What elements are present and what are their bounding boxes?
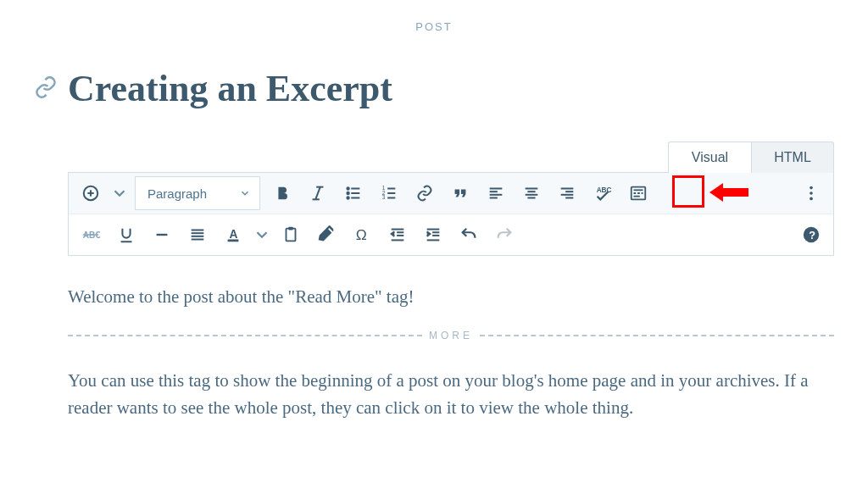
editor-toolbar: Paragraph 123 xyxy=(68,172,834,256)
svg-point-35 xyxy=(810,186,813,190)
svg-text:?: ? xyxy=(809,229,815,242)
special-character-button[interactable]: Ω xyxy=(345,218,379,252)
link-button[interactable] xyxy=(408,176,442,210)
block-format-label: Paragraph xyxy=(147,186,207,201)
post-title[interactable]: Creating an Excerpt xyxy=(68,67,392,110)
svg-point-10 xyxy=(347,192,348,194)
clear-formatting-button[interactable] xyxy=(309,218,343,252)
svg-point-37 xyxy=(810,197,813,201)
svg-text:T: T xyxy=(288,232,292,240)
svg-point-36 xyxy=(810,192,813,195)
strikethrough-button[interactable]: ABC xyxy=(74,218,108,252)
read-more-divider[interactable]: MORE xyxy=(68,330,834,341)
bold-button[interactable] xyxy=(265,176,299,210)
text-color-button[interactable]: A xyxy=(216,218,250,252)
svg-text:A: A xyxy=(229,228,237,241)
add-block-button[interactable] xyxy=(74,176,108,210)
tab-visual[interactable]: Visual xyxy=(668,142,751,173)
italic-button[interactable] xyxy=(301,176,335,210)
read-more-button[interactable] xyxy=(621,176,655,210)
paste-text-button[interactable]: T xyxy=(274,218,308,252)
tab-html[interactable]: HTML xyxy=(751,142,834,173)
svg-rect-49 xyxy=(288,227,293,230)
svg-line-5 xyxy=(315,187,320,200)
bullet-list-button[interactable] xyxy=(337,176,370,210)
more-line-left xyxy=(68,335,422,336)
align-left-button[interactable] xyxy=(479,176,513,210)
indent-button[interactable] xyxy=(416,218,450,252)
post-type-label: POST xyxy=(34,0,834,67)
align-justify-button[interactable] xyxy=(181,218,214,252)
help-button[interactable]: ? xyxy=(794,218,828,252)
spellcheck-button[interactable]: ABC xyxy=(586,176,620,210)
numbered-list-button[interactable]: 123 xyxy=(372,176,406,210)
undo-button[interactable] xyxy=(452,218,486,252)
outdent-button[interactable] xyxy=(381,218,415,252)
content-body: You can use this tag to show the beginni… xyxy=(68,367,834,422)
content-intro: Welcome to the post about the "Read More… xyxy=(68,283,834,311)
svg-rect-47 xyxy=(228,240,239,242)
more-line-right xyxy=(480,335,834,336)
blockquote-button[interactable] xyxy=(443,176,477,210)
editor-content[interactable]: Welcome to the post about the "Read More… xyxy=(68,256,834,422)
add-block-chevron[interactable] xyxy=(109,176,130,210)
align-center-button[interactable] xyxy=(515,176,548,210)
more-label: MORE xyxy=(422,330,480,341)
svg-text:Ω: Ω xyxy=(356,226,367,243)
more-options-button[interactable] xyxy=(794,176,828,210)
horizontal-rule-button[interactable] xyxy=(145,218,179,252)
align-right-button[interactable] xyxy=(550,176,584,210)
svg-point-9 xyxy=(347,187,348,189)
redo-button[interactable] xyxy=(487,218,521,252)
svg-point-11 xyxy=(347,197,348,198)
permalink-icon[interactable] xyxy=(34,75,58,103)
svg-text:3: 3 xyxy=(382,194,386,200)
block-format-dropdown[interactable]: Paragraph xyxy=(135,176,260,210)
text-color-chevron[interactable] xyxy=(252,218,272,252)
underline-button[interactable] xyxy=(109,218,143,252)
svg-text:ABC: ABC xyxy=(597,186,612,194)
